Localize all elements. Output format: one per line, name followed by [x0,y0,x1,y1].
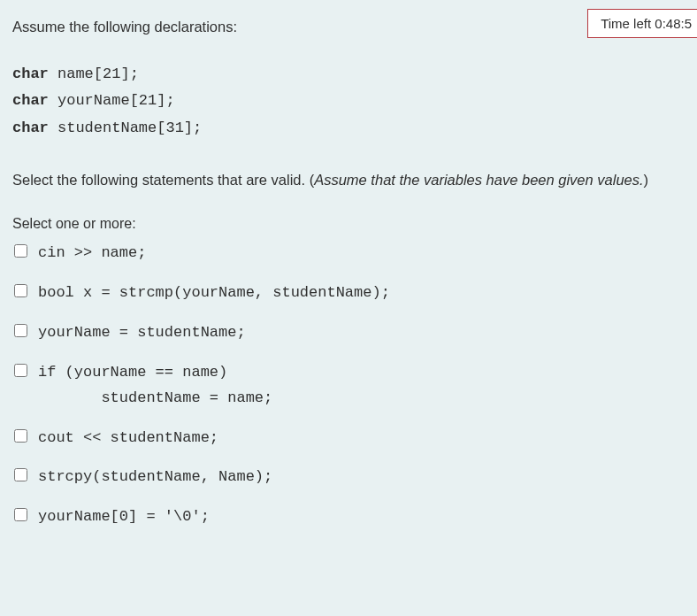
keyword-char: char [12,119,49,136]
select-hint: Select one or more: [12,216,685,232]
question-text-a: Select the following statements that are… [12,172,314,188]
declaration-line: char yourName[21]; [12,88,685,115]
keyword-char: char [12,92,49,109]
option-row: cout << studentName; [12,426,685,451]
option-code: if (yourName == name) studentName = name… [38,360,272,412]
keyword-char: char [12,65,49,82]
option-checkbox-2[interactable] [14,284,27,297]
question-text-italic: Assume that the variables have been give… [314,172,643,188]
time-left-label: Time left 0:48:5 [601,16,692,31]
option-row: yourName = studentName; [12,320,685,346]
option-checkbox-3[interactable] [14,324,27,337]
intro-text: Assume the following declarations: [12,16,685,38]
question-content: Assume the following declarations: char … [0,0,697,530]
option-code: cout << studentName; [38,426,218,451]
option-row: cin >> name; [12,241,685,266]
option-checkbox-6[interactable] [14,468,27,481]
option-checkbox-1[interactable] [14,244,27,258]
declarations-code-block: char name[21]; char yourName[21]; char s… [12,61,685,142]
code-text: yourName[21]; [49,92,175,109]
option-code: yourName = studentName; [38,320,246,346]
option-row: yourName[0] = '\0'; [12,504,685,530]
declaration-line: char name[21]; [12,61,685,89]
option-code: bool x = strcmp(yourName, studentName); [38,281,390,306]
options-list: cin >> name; bool x = strcmp(yourName, s… [12,241,685,530]
option-code: strcpy(studentName, Name); [38,465,272,490]
option-checkbox-7[interactable] [14,508,27,521]
code-text: studentName[31]; [49,119,202,136]
question-prompt: Select the following statements that are… [12,169,685,192]
option-checkbox-4[interactable] [14,364,27,377]
option-code: cin >> name; [38,241,146,266]
question-text-b: ) [644,172,649,188]
option-checkbox-5[interactable] [14,429,27,443]
option-code: yourName[0] = '\0'; [38,504,210,530]
declaration-line: char studentName[31]; [12,115,685,142]
time-left-box: Time left 0:48:5 [587,9,697,38]
option-row: strcpy(studentName, Name); [12,465,685,490]
option-row: bool x = strcmp(yourName, studentName); [12,281,685,306]
option-row: if (yourName == name) studentName = name… [12,360,685,412]
code-text: name[21]; [49,65,139,82]
